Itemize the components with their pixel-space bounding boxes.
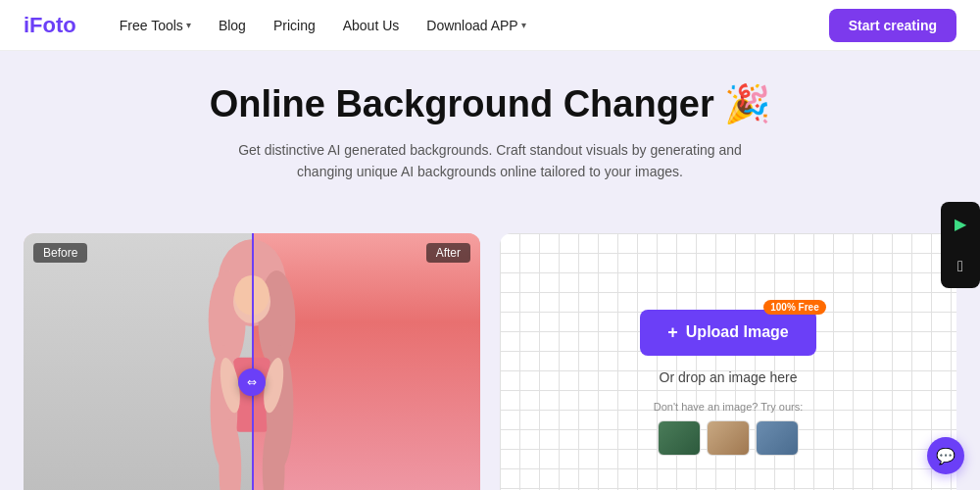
sample-image-1[interactable] — [658, 420, 701, 456]
free-badge: 100% Free — [763, 300, 825, 315]
navbar: iFoto Free Tools ▾ Blog Pricing About Us… — [0, 0, 980, 51]
google-play-button[interactable]: ▶ — [941, 202, 980, 245]
logo[interactable]: iFoto — [24, 13, 76, 38]
sample-label: Don't have an image? Try ours: — [654, 401, 804, 413]
drop-text: Or drop an image here — [660, 369, 798, 385]
sample-image-3[interactable] — [756, 420, 799, 456]
apple-icon:  — [957, 258, 963, 275]
chevron-down-icon-app: ▾ — [521, 20, 526, 30]
after-label: After — [426, 243, 470, 263]
before-after-panel: ⇔ Before After — [24, 233, 480, 490]
upload-image-button[interactable]: + Upload Image — [640, 310, 815, 356]
before-label: Before — [33, 243, 87, 263]
hero-section: Online Background Changer 🎉 Get distinct… — [0, 51, 980, 233]
nav-links: Free Tools ▾ Blog Pricing About Us Downl… — [108, 12, 829, 39]
nav-item-pricing[interactable]: Pricing — [262, 12, 327, 39]
side-store-buttons: ▶  — [941, 202, 980, 288]
nav-item-blog[interactable]: Blog — [207, 12, 258, 39]
nav-item-download-app[interactable]: Download APP ▾ — [415, 12, 537, 39]
sample-image-2[interactable] — [707, 420, 750, 456]
divider-line — [252, 233, 254, 490]
nav-item-about[interactable]: About Us — [331, 12, 412, 39]
hero-title: Online Background Changer 🎉 — [24, 82, 956, 127]
chat-bubble-button[interactable]: 💬 — [927, 437, 964, 474]
chat-icon: 💬 — [936, 447, 956, 466]
start-creating-button[interactable]: Start creating — [829, 9, 956, 42]
arrows-icon: ⇔ — [247, 375, 257, 389]
upload-button-wrapper: 100% Free + Upload Image — [640, 310, 815, 356]
google-play-icon: ▶ — [955, 215, 966, 233]
main-area: ⇔ Before After 100% Free + Upload Image … — [0, 233, 980, 490]
apple-store-button[interactable]:  — [941, 245, 980, 288]
hero-emoji: 🎉 — [724, 83, 770, 124]
nav-item-free-tools[interactable]: Free Tools ▾ — [108, 12, 203, 39]
chevron-down-icon: ▾ — [186, 20, 191, 30]
hero-subtitle: Get distinctive AI generated backgrounds… — [216, 139, 764, 183]
divider-handle[interactable]: ⇔ — [238, 368, 266, 396]
sample-images — [658, 420, 799, 456]
upload-panel: 100% Free + Upload Image Or drop an imag… — [500, 233, 956, 490]
plus-icon: + — [667, 322, 678, 343]
